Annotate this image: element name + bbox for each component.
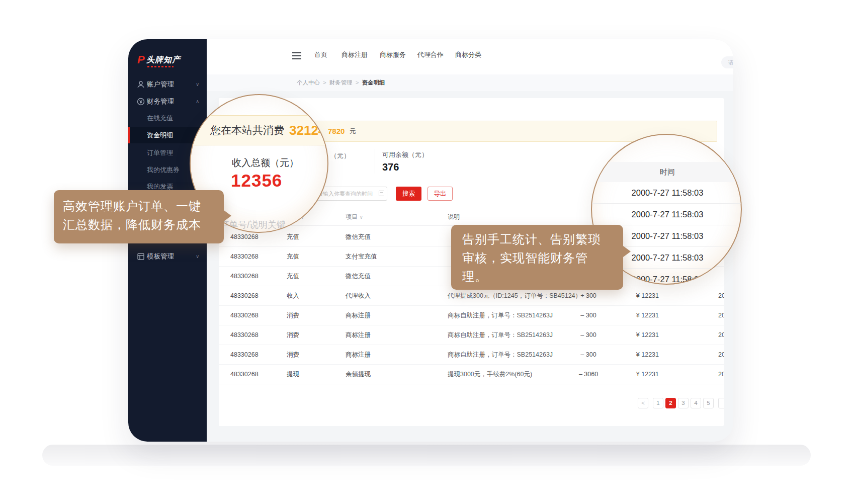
callout-arrow-right-icon [623, 246, 636, 257]
cell-desc: 商标自助注册，订单号：SB2514263J [448, 325, 553, 345]
cell-desc: 商标自助注册，订单号：SB2514263J [448, 345, 553, 365]
breadcrumb-item-current: 资金明细 [362, 79, 385, 86]
laptop-base [42, 445, 811, 466]
cell-project: 微信充值 [346, 227, 371, 247]
sort-caret-icon: ∨ [360, 215, 363, 220]
cell-time: 2000-7-27 11:58:03 [718, 325, 724, 345]
cell-desc: 提现3000元，手续费2%(60元) [448, 365, 532, 384]
callout-arrow-right-icon [224, 210, 237, 221]
cell-amount: – 300 [566, 345, 611, 365]
logo-text: 头牌知产 [146, 55, 181, 65]
cell-amount: – 3060 [566, 365, 611, 384]
callout-left: 高效管理账户订单、一键 汇总数据，降低财务成本 [54, 190, 224, 243]
magnified-time-cell: 2000-7-27 11:58:03 [592, 182, 742, 204]
brand-logo: P 头牌知产 [137, 52, 203, 72]
page-button-1[interactable]: 1 [653, 398, 663, 408]
cell-time: 2000-7-27 11:58:03 [718, 365, 724, 384]
cell-balance: ¥ 12231 [616, 325, 659, 345]
breadcrumb-bar: 个人中心>财务管理>资金明细 [207, 74, 733, 91]
cell-project: 代理收入 [346, 286, 371, 306]
sidebar-item-finance[interactable]: 财务管理 ∧ [128, 94, 207, 110]
cell-desc: 商标自助注册，订单号：SB2514263J [448, 306, 553, 325]
stat-divider [375, 149, 375, 174]
hamburger-icon[interactable] [292, 52, 301, 59]
search-button[interactable]: 搜索 [396, 187, 421, 201]
cell-order: 48330268 [230, 345, 259, 365]
cell-type: 消费 [287, 345, 299, 365]
sidebar-subitem-label: 在线充值 [147, 110, 173, 126]
sidebar-item-template[interactable]: 模板管理 ∨ [128, 248, 207, 265]
table-row: 48330268 消费 商标注册 商标自助注册，订单号：SB2514263J –… [219, 306, 724, 325]
calendar-icon[interactable] [379, 191, 384, 196]
user-icon [136, 80, 145, 89]
nav-item-trademark-register[interactable]: 商标注册 [342, 39, 368, 70]
page-button-2-active[interactable]: 2 [665, 398, 676, 408]
cell-time: 2000-7-27 11:58:03 [718, 345, 724, 365]
stat-balance-label: 可用余额（元） [382, 150, 428, 159]
cell-project: 微信充值 [346, 267, 371, 286]
breadcrumb: 个人中心>财务管理>资金明细 [297, 74, 385, 91]
table-row: 48330268 消费 商标注册 商标自助注册，订单号：SB2514263J –… [219, 325, 724, 345]
magnified-time-header: 时间 [592, 162, 742, 182]
cell-order: 48330268 [230, 306, 259, 325]
sidebar-subitem-label: 订单管理 [147, 145, 173, 161]
chevron-down-icon: ∨ [196, 248, 199, 265]
header-desc: 说明 [448, 208, 460, 226]
magnified-income-label: 收入总额（元） [232, 156, 299, 170]
nav-item-agent-coop[interactable]: 代理合作 [417, 39, 444, 70]
cell-balance: ¥ 12231 [616, 286, 659, 306]
cell-balance: ¥ 12231 [616, 345, 659, 365]
callout-right: 告别手工统计、告别繁琐 审核，实现智能财务管 理。 [451, 225, 623, 290]
template-icon [136, 252, 145, 261]
sidebar-item-label: 模板管理 [147, 248, 174, 265]
cell-project: 支付宝充值 [346, 247, 377, 267]
cell-time: 2000-7-27 11:58:03 [718, 306, 724, 325]
cell-balance: ¥ 12231 [616, 306, 659, 325]
export-button[interactable]: 导出 [428, 187, 453, 201]
cell-order: 48330268 [230, 365, 259, 384]
stat-mid-label: （元） [330, 151, 350, 160]
cell-project: 商标注册 [346, 325, 371, 345]
logo-tagline [147, 66, 174, 67]
nav-item-trademark-category[interactable]: 商标分类 [455, 39, 481, 70]
cell-type: 提现 [287, 365, 299, 384]
stat-balance-value: 376 [382, 161, 399, 173]
cell-type: 充值 [287, 227, 299, 247]
breadcrumb-item-home[interactable]: 个人中心 [297, 79, 320, 86]
cell-order: 48330268 [230, 325, 259, 345]
logo-mark: P [137, 53, 145, 66]
page-button-5[interactable]: 5 [703, 398, 714, 408]
cell-order: 48330268 [230, 247, 259, 267]
sidebar-item-label: 财务管理 [147, 94, 174, 110]
cell-project: 余额提现 [346, 365, 371, 384]
cell-balance: ¥ 12231 [616, 365, 659, 384]
finance-icon [136, 97, 145, 106]
page-button-4[interactable]: 4 [691, 398, 701, 408]
table-row: 48330268 消费 商标注册 商标自助注册，订单号：SB2514263J –… [219, 345, 724, 365]
sidebar-item-account[interactable]: 账户管理 ∨ [128, 76, 207, 93]
breadcrumb-item-finance[interactable]: 财务管理 [329, 79, 353, 86]
topbar-search-input[interactable] [721, 56, 733, 68]
nav-item-home[interactable]: 首页 [314, 39, 327, 70]
magnified-income-value: 12356 [231, 171, 282, 191]
page-prev-button[interactable]: < [638, 398, 648, 408]
cell-order: 48330268 [230, 286, 259, 306]
cell-order: 48330268 [230, 267, 259, 286]
banner-unit: 元 [350, 121, 356, 141]
header-project[interactable]: 项目∨ [346, 208, 363, 226]
callout-left-text: 高效管理账户订单、一键 汇总数据，降低财务成本 [63, 197, 201, 234]
table-row: 48330268 提现 余额提现 提现3000元，手续费2%(60元) – 30… [219, 365, 724, 384]
cell-project: 商标注册 [346, 306, 371, 325]
cell-type: 充值 [287, 247, 299, 267]
sidebar-subitem-recharge[interactable]: 在线充值 [128, 110, 207, 126]
topbar: 首页 商标注册 商标服务 代理合作 商标分类 [207, 39, 733, 74]
nav-item-trademark-service[interactable]: 商标服务 [380, 39, 406, 70]
stage: P 头牌知产 账户管理 ∨ 财务管理 ∧ 在线充值 [0, 0, 853, 504]
magnified-banner-prefix: 您在本站共消费 [210, 116, 284, 145]
cell-project: 商标注册 [346, 345, 371, 365]
cell-type: 消费 [287, 325, 299, 345]
cell-time: 2000-7-27 11:58:03 [718, 286, 724, 306]
breadcrumb-separator: > [356, 79, 359, 86]
page-button-clipped[interactable] [718, 398, 724, 408]
page-button-3[interactable]: 3 [678, 398, 689, 408]
